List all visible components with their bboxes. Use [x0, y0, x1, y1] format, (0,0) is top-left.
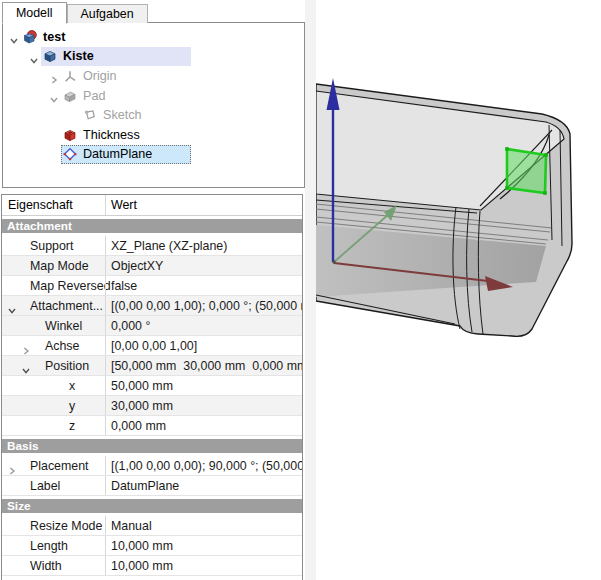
property-row-z[interactable]: z0,000 mm	[2, 416, 302, 436]
tree-item-content[interactable]: DatumPlane	[61, 145, 191, 164]
panel-splitter[interactable]	[305, 0, 316, 580]
property-value[interactable]: [(0,00 0,00 1,00); 0,000 °; (50,000 m...	[111, 299, 303, 313]
column-divider	[105, 516, 106, 535]
property-row-position[interactable]: Position[50,000 mm 30,000 mm 0,000 mm]	[2, 356, 302, 376]
expander-down-icon[interactable]	[7, 302, 17, 312]
property-row-length[interactable]: Length10,000 mm	[2, 536, 302, 556]
property-row-map-mode[interactable]: Map ModeObjectXY	[2, 256, 302, 276]
property-row-width[interactable]: Width10,000 mm	[2, 556, 302, 576]
property-value[interactable]: [0,00 0,00 1,00]	[111, 339, 197, 353]
property-value[interactable]: 10,000 mm	[111, 539, 173, 553]
property-row-support[interactable]: SupportXZ_Plane (XZ-plane)	[2, 236, 302, 256]
property-value[interactable]: Manual	[111, 519, 152, 533]
column-divider	[105, 236, 106, 255]
property-row-resize-mode[interactable]: Resize ModeManual	[2, 516, 302, 536]
tree-item-content[interactable]: Origin	[61, 67, 121, 86]
property-value[interactable]: XZ_Plane (XZ-plane)	[111, 239, 227, 253]
section-basis: Basis	[2, 436, 302, 456]
origin-point	[332, 260, 335, 263]
datum-plane[interactable]	[505, 147, 548, 195]
tree-item-content[interactable]: Sketch	[81, 106, 146, 125]
column-divider	[105, 396, 106, 415]
property-column-eigenschaft: Eigenschaft	[8, 198, 73, 212]
tree-item-datumplane[interactable]: DatumPlane	[3, 145, 304, 165]
property-label: Width	[30, 559, 62, 573]
section-bar[interactable]: Size	[2, 499, 302, 513]
property-row-achse[interactable]: Achse[0,00 0,00 1,00]	[2, 336, 302, 356]
tree-item-content[interactable]: Kiste	[41, 47, 191, 66]
sketch-icon	[83, 108, 97, 122]
property-rows: AttachmentSupportXZ_Plane (XZ-plane)Map …	[2, 216, 302, 576]
body-icon	[43, 49, 57, 63]
expander-right-icon[interactable]	[49, 71, 59, 81]
3d-scene	[316, 0, 601, 580]
property-row-placement[interactable]: Placement[(1,00 0,00 0,00); 90,000 °; (5…	[2, 456, 302, 476]
tree-item-thickness[interactable]: Thickness	[3, 125, 304, 145]
tree-item-label: Kiste	[63, 49, 94, 63]
section-bar[interactable]: Attachment	[2, 219, 302, 233]
property-row-attachment[interactable]: Attachment...[(0,00 0,00 1,00); 0,000 °;…	[2, 296, 302, 316]
column-divider[interactable]	[105, 195, 106, 215]
tab-modell[interactable]: Modell	[2, 2, 67, 24]
tree-item-label: test	[43, 30, 65, 44]
property-label: Support	[30, 239, 73, 253]
property-label: Attachment...	[30, 299, 103, 313]
tree-item-origin[interactable]: Origin	[3, 66, 304, 86]
thickness-icon	[63, 128, 77, 142]
property-row-x[interactable]: x50,000 mm	[2, 376, 302, 396]
datum-plane-corner	[505, 186, 509, 190]
property-row-label[interactable]: LabelDatumPlane	[2, 476, 302, 496]
column-divider	[105, 556, 106, 575]
property-value[interactable]: 0,000 mm	[111, 419, 166, 433]
expander-down-icon[interactable]	[49, 91, 59, 101]
column-divider	[105, 296, 106, 315]
tree-item-test[interactable]: test	[3, 27, 304, 47]
property-value[interactable]: 10,000 mm	[111, 559, 173, 573]
property-value[interactable]: false	[111, 279, 137, 293]
property-label: Map Mode	[30, 259, 89, 273]
section-size: Size	[2, 496, 302, 516]
property-value[interactable]: ObjectXY	[111, 259, 163, 273]
expander-right-icon[interactable]	[7, 462, 17, 472]
column-divider	[105, 316, 106, 335]
section-bar[interactable]: Basis	[2, 439, 302, 453]
property-column-wert: Wert	[111, 198, 137, 212]
tree-item-label: Pad	[83, 89, 105, 103]
column-divider	[105, 336, 106, 355]
property-label: Achse	[45, 339, 79, 353]
tree-item-label: Thickness	[83, 128, 140, 142]
tree-item-pad[interactable]: Pad	[3, 86, 304, 106]
tree-item-label: Origin	[83, 69, 117, 83]
datum-plane-corner	[544, 153, 548, 157]
property-value[interactable]: 50,000 mm	[111, 379, 173, 393]
expander-right-icon[interactable]	[21, 342, 31, 352]
tree-item-content[interactable]: Pad	[61, 86, 109, 105]
expander-down-icon[interactable]	[29, 52, 39, 62]
property-value[interactable]: 0,000 °	[111, 319, 150, 333]
expander-down-icon[interactable]	[9, 32, 19, 42]
property-label: Winkel	[45, 319, 82, 333]
section-attachment: Attachment	[2, 216, 302, 236]
tree-item-content[interactable]: test	[21, 28, 69, 47]
property-row-y[interactable]: y30,000 mm	[2, 396, 302, 416]
property-label: Placement	[30, 459, 89, 473]
property-row-winkel[interactable]: Winkel0,000 °	[2, 316, 302, 336]
property-value[interactable]: DatumPlane	[111, 479, 179, 493]
tree-item-content[interactable]: Thickness	[61, 125, 144, 144]
column-divider	[105, 256, 106, 275]
column-divider	[105, 476, 106, 495]
column-divider	[105, 416, 106, 435]
property-label: y	[69, 399, 75, 413]
property-value[interactable]: [50,000 mm 30,000 mm 0,000 mm]	[111, 359, 303, 373]
expander-down-icon[interactable]	[21, 362, 31, 372]
3d-viewport[interactable]	[316, 0, 601, 580]
tab-aufgaben[interactable]: Aufgaben	[67, 4, 148, 23]
datum-plane-corner	[505, 147, 509, 151]
property-value[interactable]: 30,000 mm	[111, 399, 173, 413]
tree-item-kiste[interactable]: Kiste	[3, 47, 304, 67]
column-divider	[105, 276, 106, 295]
tree-item-sketch[interactable]: Sketch	[3, 105, 304, 125]
dock-tabbar: Modell Aufgaben	[2, 1, 148, 23]
property-value[interactable]: [(1,00 0,00 0,00); 90,000 °; (50,000 ...	[111, 459, 303, 473]
property-row-map-reversed[interactable]: Map Reversedfalse	[2, 276, 302, 296]
